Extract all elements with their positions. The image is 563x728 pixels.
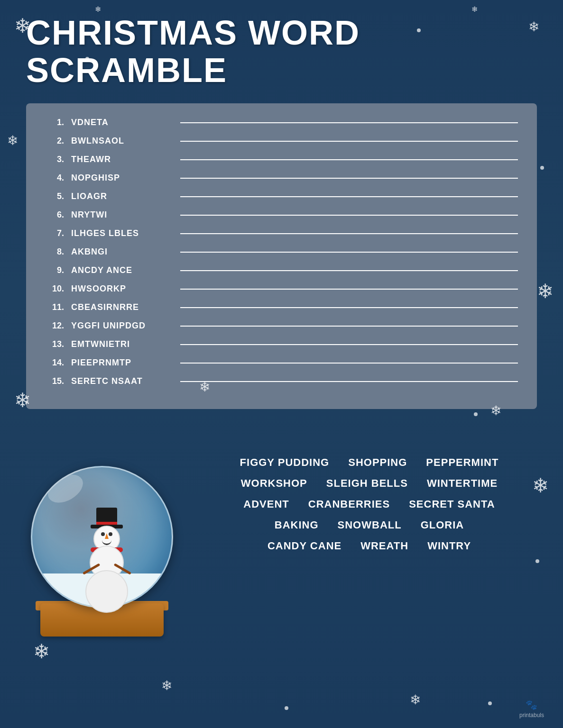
printabuls-logo: 🐾 printabuls xyxy=(519,698,544,719)
word-bank-row: FIGGY PUDDINGSHOPPINGPEPPERMINT xyxy=(202,456,537,469)
scrambled-word: EMTWNIETRI xyxy=(71,339,175,349)
word-bank-grid: FIGGY PUDDINGSHOPPINGPEPPERMINTWORKSHOPS… xyxy=(202,456,537,552)
word-bank-item: CANDY CANE xyxy=(268,540,341,552)
bottom-section: FIGGY PUDDINGSHOPPINGPEPPERMINTWORKSHOPS… xyxy=(26,428,537,637)
word-bank-item: GLORIA xyxy=(421,519,464,531)
word-bank-item: SHOPPING xyxy=(348,456,407,469)
row-number: 15. xyxy=(45,376,71,386)
dot-decoration xyxy=(535,559,539,563)
scrambled-word: BWLNSAOL xyxy=(71,136,175,146)
snowflake-decoration: ❄ xyxy=(33,640,50,663)
scramble-row: 12.YGGFI UNIPDGD xyxy=(45,321,518,331)
word-bank-item: WREATH xyxy=(360,540,408,552)
answer-line xyxy=(180,381,518,382)
answer-line xyxy=(180,289,518,290)
word-bank-item: PEPPERMINT xyxy=(426,456,498,469)
scrambled-word: PIEEPRNMTP xyxy=(71,358,175,368)
globe-shine xyxy=(43,469,88,509)
scrambled-word: SERETC NSAAT xyxy=(71,376,175,386)
snowman-eye-left xyxy=(101,532,105,536)
snowflake-decoration: ❄ xyxy=(471,5,478,14)
scrambled-word: HWSOORKP xyxy=(71,284,175,294)
row-number: 8. xyxy=(45,247,71,257)
answer-line xyxy=(180,178,518,179)
snowman-nose xyxy=(105,533,109,539)
scramble-row: 1.VDNETA xyxy=(45,118,518,127)
word-bank-item: WORKSHOP xyxy=(241,477,307,490)
row-number: 1. xyxy=(45,118,71,127)
scramble-row: 11.CBEASIRNRRE xyxy=(45,302,518,312)
scramble-row: 14.PIEEPRNMTP xyxy=(45,358,518,368)
answer-line xyxy=(180,141,518,142)
snowflake-decoration: ❄ xyxy=(7,133,18,148)
scramble-list: 1.VDNETA2.BWLNSAOL3.THEAWR4.NOPGHISP5.LI… xyxy=(45,118,518,386)
answer-line xyxy=(180,307,518,308)
answer-line xyxy=(180,363,518,364)
row-number: 13. xyxy=(45,339,71,349)
answer-line xyxy=(180,252,518,253)
page-title: CHRISTMAS WORD SCRAMBLE xyxy=(26,14,537,89)
scramble-row: 6.NRYTWI xyxy=(45,210,518,220)
snowman-eye-right xyxy=(109,532,112,536)
word-bank-item: CRANBERRIES xyxy=(308,498,390,510)
answer-line xyxy=(180,122,518,123)
answer-line xyxy=(180,196,518,197)
word-bank-item: FIGGY PUDDING xyxy=(240,456,330,469)
word-bank-item: ADVENT xyxy=(243,498,289,510)
row-number: 6. xyxy=(45,210,71,220)
dot-decoration xyxy=(285,706,288,710)
page: ❄ ❄ ❄ ❄ ❄ ❄ ❄ ❄ ❄ ❄ ❄ ❄ ❄ CHRISTMAS WORD… xyxy=(0,0,563,728)
snowman xyxy=(78,528,135,613)
answer-line xyxy=(180,344,518,345)
dot-decoration xyxy=(540,166,544,170)
scramble-row: 9.ANCDY ANCE xyxy=(45,265,518,275)
row-number: 10. xyxy=(45,284,71,294)
word-bank-row: WORKSHOPSLEIGH BELLSWINTERTIME xyxy=(202,477,537,490)
row-number: 2. xyxy=(45,136,71,146)
scrambled-word: CBEASIRNRRE xyxy=(71,302,175,312)
row-number: 4. xyxy=(45,173,71,183)
scramble-row: 3.THEAWR xyxy=(45,155,518,164)
word-bank-item: SNOWBALL xyxy=(338,519,402,531)
dot-decoration xyxy=(417,28,421,32)
dot-decoration xyxy=(488,701,492,705)
logo-icon: 🐾 xyxy=(525,698,539,712)
row-number: 3. xyxy=(45,155,71,164)
row-number: 14. xyxy=(45,358,71,368)
word-bank-item: BAKING xyxy=(275,519,319,531)
word-bank: FIGGY PUDDINGSHOPPINGPEPPERMINTWORKSHOPS… xyxy=(202,428,537,552)
row-number: 7. xyxy=(45,228,71,238)
scrambled-word: ILHGES LBLES xyxy=(71,228,175,238)
scrambled-word: AKBNGI xyxy=(71,247,175,257)
snowflake-decoration: ❄ xyxy=(95,5,101,14)
snowflake-decoration: ❄ xyxy=(161,678,172,693)
word-bank-item: SLEIGH BELLS xyxy=(326,477,408,490)
scramble-row: 10.HWSOORKP xyxy=(45,284,518,294)
scrambled-word: NOPGHISP xyxy=(71,173,175,183)
scramble-row: 13.EMTWNIETRI xyxy=(45,339,518,349)
answer-line xyxy=(180,326,518,327)
answer-line xyxy=(180,233,518,234)
scramble-row: 15.SERETC NSAAT xyxy=(45,376,518,386)
scramble-row: 5.LIOAGR xyxy=(45,191,518,201)
snowflake-decoration: ❄ xyxy=(537,280,554,303)
scramble-row: 2.BWLNSAOL xyxy=(45,136,518,146)
scramble-row: 7.ILHGES LBLES xyxy=(45,228,518,238)
word-bank-item: WINTRY xyxy=(427,540,471,552)
word-bank-row: BAKINGSNOWBALLGLORIA xyxy=(202,519,537,531)
scrambled-word: VDNETA xyxy=(71,118,175,127)
scramble-row: 4.NOPGHISP xyxy=(45,173,518,183)
row-number: 11. xyxy=(45,302,71,312)
answer-line xyxy=(180,159,518,160)
word-bank-row: CANDY CANEWREATHWINTRY xyxy=(202,540,537,552)
row-number: 12. xyxy=(45,321,71,331)
answer-line xyxy=(180,215,518,216)
snow-globe xyxy=(26,437,187,637)
row-number: 5. xyxy=(45,191,71,201)
word-bank-item: WINTERTIME xyxy=(427,477,498,490)
word-bank-item: SECRET SANTA xyxy=(409,498,495,510)
scramble-row: 8.AKBNGI xyxy=(45,247,518,257)
scrambled-word: ANCDY ANCE xyxy=(71,265,175,275)
scrambled-word: LIOAGR xyxy=(71,191,175,201)
logo-text: printabuls xyxy=(519,712,544,719)
